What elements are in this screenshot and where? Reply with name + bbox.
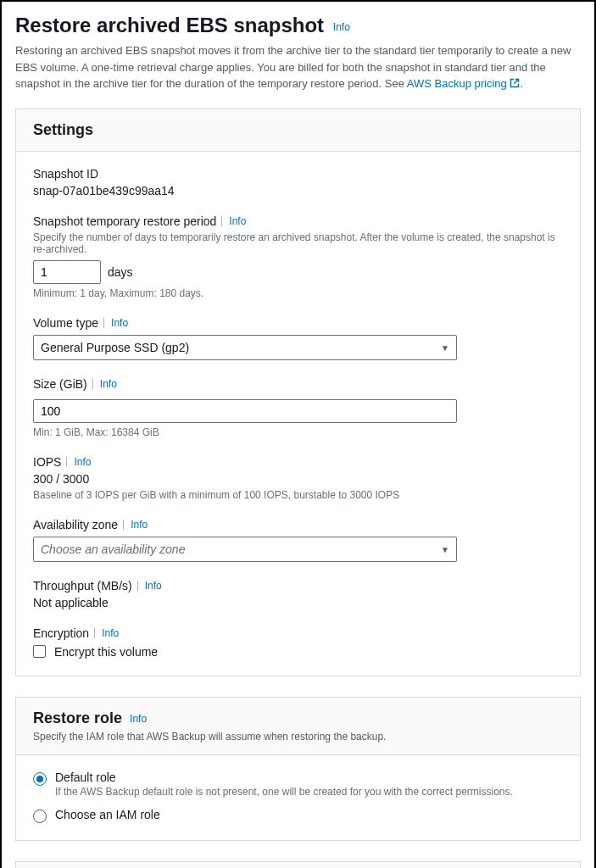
snapshot-id-label: Snapshot ID [33, 167, 563, 181]
az-info-link[interactable]: Info [123, 520, 148, 530]
restore-period-input[interactable] [33, 260, 101, 284]
encrypt-volume-checkbox[interactable] [33, 645, 46, 658]
restore-role-panel-body: Default role If the AWS Backup default r… [16, 755, 580, 840]
size-label: Size (GiB) Info [33, 377, 563, 391]
throughput-group: Throughput (MB/s) Info Not applicable [33, 579, 563, 609]
throughput-info-link[interactable]: Info [137, 581, 162, 591]
size-input[interactable] [33, 399, 457, 423]
iops-group: IOPS Info 300 / 3000 Baseline of 3 IOPS … [33, 455, 563, 501]
pricing-link[interactable]: AWS Backup pricing [407, 77, 521, 90]
iops-info-link[interactable]: Info [66, 457, 91, 467]
encryption-group: Encryption Info Encrypt this volume [33, 626, 563, 659]
restore-role-info-link[interactable]: Info [130, 713, 147, 725]
restore-role-panel-title: Restore role Info [33, 709, 147, 726]
restore-period-unit: days [108, 265, 133, 279]
restore-role-panel: Restore role Info Specify the IAM role t… [15, 697, 581, 841]
size-group: Size (GiB) Info Min: 1 GiB, Max: 16384 G… [33, 377, 563, 438]
size-info-link[interactable]: Info [92, 379, 117, 389]
choose-role-option[interactable]: Choose an IAM role [33, 808, 563, 823]
page-info-link[interactable]: Info [333, 21, 350, 33]
choose-role-label: Choose an IAM role [55, 808, 160, 821]
volume-type-select[interactable]: General Purpose SSD (gp2) ▼ [33, 335, 457, 360]
settings-panel-body: Snapshot ID snap-07a01be439c99aa14 Snaps… [16, 152, 580, 676]
resource-tags-panel-header: Protected resource tags Info [16, 862, 580, 869]
encrypt-volume-label: Encrypt this volume [54, 645, 158, 659]
restore-period-group: Snapshot temporary restore period Info S… [33, 214, 563, 299]
volume-type-info-link[interactable]: Info [103, 318, 128, 328]
volume-type-selected: General Purpose SSD (gp2) [41, 341, 189, 354]
az-group: Availability zone Info Choose an availab… [33, 518, 563, 562]
size-hint: Min: 1 GiB, Max: 16384 GiB [33, 426, 563, 438]
default-role-desc: If the AWS Backup default role is not pr… [55, 786, 513, 798]
snapshot-id-value: snap-07a01be439c99aa14 [33, 184, 563, 198]
snapshot-id-group: Snapshot ID snap-07a01be439c99aa14 [33, 167, 563, 198]
az-select[interactable]: Choose an availability zone ▼ [33, 537, 457, 562]
external-link-icon [510, 76, 520, 93]
page-intro: Restoring an archived EBS snapshot moves… [15, 42, 581, 93]
iops-value: 300 / 3000 [33, 472, 563, 486]
restore-period-info-link[interactable]: Info [221, 216, 246, 226]
settings-panel: Settings Snapshot ID snap-07a01be439c99a… [15, 108, 581, 676]
restore-period-desc: Specify the number of days to temporaril… [33, 231, 563, 255]
throughput-label: Throughput (MB/s) Info [33, 579, 563, 593]
restore-period-hint: Minimum: 1 day, Maximum: 180 days. [33, 287, 563, 299]
restore-role-panel-header: Restore role Info Specify the IAM role t… [16, 698, 580, 755]
throughput-value: Not applicable [33, 596, 563, 609]
restore-role-desc: Specify the IAM role that AWS Backup wil… [33, 731, 563, 743]
encryption-label: Encryption Info [33, 626, 563, 640]
restore-period-label: Snapshot temporary restore period Info [33, 214, 563, 228]
resource-tags-panel: Protected resource tags Info Copy tags f… [15, 861, 581, 869]
iops-label: IOPS Info [33, 455, 563, 469]
choose-role-radio[interactable] [33, 810, 47, 823]
page-title: Restore archived EBS snapshot Info [15, 14, 581, 37]
iops-hint: Baseline of 3 IOPS per GiB with a minimu… [33, 489, 563, 501]
volume-type-label: Volume type Info [33, 316, 563, 330]
page-title-text: Restore archived EBS snapshot [15, 14, 324, 36]
default-role-option[interactable]: Default role If the AWS Backup default r… [33, 771, 563, 798]
encryption-info-link[interactable]: Info [94, 628, 119, 638]
default-role-radio[interactable] [33, 772, 47, 786]
settings-panel-title: Settings [33, 121, 93, 138]
chevron-down-icon: ▼ [441, 544, 449, 554]
volume-type-group: Volume type Info General Purpose SSD (gp… [33, 316, 563, 360]
az-placeholder: Choose an availability zone [41, 542, 185, 556]
az-label: Availability zone Info [33, 518, 563, 531]
settings-panel-header: Settings [16, 109, 580, 152]
default-role-label: Default role [55, 771, 513, 784]
chevron-down-icon: ▼ [441, 342, 449, 352]
